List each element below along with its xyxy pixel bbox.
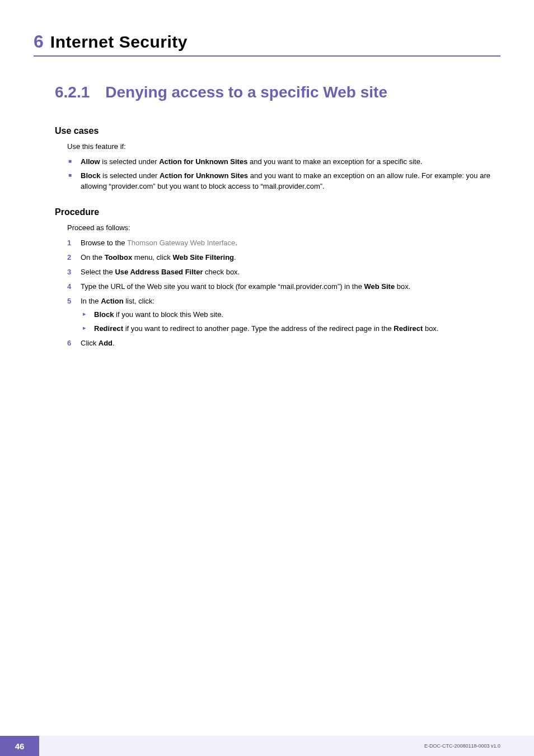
step-6: 6 Click Add. [67, 338, 500, 349]
step-number: 1 [67, 238, 71, 249]
text: On the [81, 253, 105, 262]
step-2: 2 On the Toolbox menu, click Web Site Fi… [67, 253, 500, 263]
step-number: 3 [67, 267, 71, 278]
text: is selected under [100, 171, 160, 180]
text: . [235, 239, 237, 247]
text: Browse to the [81, 239, 127, 247]
text: if you want to block this Web site. [114, 310, 223, 319]
step-4: 4 Type the URL of the Web site you want … [67, 282, 500, 292]
doc-reference: E-DOC-CTC-20080118-0003 v1.0 [39, 736, 534, 756]
text: Select the [81, 268, 115, 276]
text: list, click: [124, 297, 155, 305]
step-number: 5 [67, 296, 71, 307]
step-1: 1 Browse to the Thomson Gateway Web Inte… [67, 238, 500, 249]
text: and you want to make an exception for a … [247, 157, 422, 166]
use-cases-heading: Use cases [55, 126, 500, 136]
text: check box. [203, 268, 240, 276]
bold-text: Redirect [94, 324, 123, 333]
procedure-intro: Proceed as follows: [67, 223, 500, 234]
procedure-list: 1 Browse to the Thomson Gateway Web Inte… [67, 238, 500, 349]
text: Click [81, 339, 99, 347]
section-number: 6.2.1 [55, 83, 90, 101]
list-item: Block is selected under Action for Unkno… [67, 171, 500, 192]
page-number: 46 [0, 736, 39, 756]
sub-list: Block if you want to block this Web site… [81, 310, 500, 334]
bold-text: Block [81, 171, 100, 180]
page-footer: 46 E-DOC-CTC-20080118-0003 v1.0 [0, 736, 534, 756]
bold-text: Use Address Based Filter [115, 268, 203, 276]
text: if you want to redirect to another page.… [123, 324, 394, 333]
procedure-heading: Procedure [55, 207, 500, 217]
bold-text: Toolbox [105, 253, 133, 262]
step-number: 6 [67, 338, 71, 349]
bold-text: Action for Unknown Sites [160, 171, 248, 180]
bold-text: Allow [81, 157, 100, 166]
text: box. [423, 324, 438, 333]
text: Type the URL of the Web site you want to… [81, 282, 364, 291]
text: . [113, 339, 115, 347]
step-number: 2 [67, 253, 71, 263]
bold-text: Redirect [394, 324, 423, 333]
step-3: 3 Select the Use Address Based Filter ch… [67, 267, 500, 278]
bold-text: Web Site Filtering [172, 253, 234, 262]
bold-text: Add [99, 339, 113, 347]
use-cases-list: Allow is selected under Action for Unkno… [67, 157, 500, 192]
section-heading: 6.2.1 Denying access to a specific Web s… [55, 83, 500, 101]
procedure-block: Procedure Proceed as follows: 1 Browse t… [55, 207, 500, 349]
text: box. [395, 282, 410, 291]
link-thomson-gateway[interactable]: Thomson Gateway Web Interface [127, 239, 235, 247]
bold-text: Block [94, 310, 114, 319]
chapter-number: 6 [34, 31, 44, 52]
use-cases-block: Use cases Use this feature if: Allow is … [55, 126, 500, 192]
sub-item: Block if you want to block this Web site… [81, 310, 500, 320]
bold-text: Web Site [364, 282, 395, 291]
chapter-title: Internet Security [50, 32, 188, 52]
text: is selected under [100, 157, 160, 166]
step-number: 4 [67, 282, 71, 292]
list-item: Allow is selected under Action for Unkno… [67, 157, 500, 167]
bold-text: Action [101, 297, 123, 305]
section-title: Denying access to a specific Web site [105, 83, 387, 101]
use-cases-intro: Use this feature if: [67, 142, 500, 152]
text: In the [81, 297, 101, 305]
bold-text: Action for Unknown Sites [159, 157, 247, 166]
text: menu, click [132, 253, 172, 262]
sub-item: Redirect if you want to redirect to anot… [81, 324, 500, 334]
chapter-header: 6 Internet Security [34, 31, 500, 57]
text: . [234, 253, 236, 262]
step-5: 5 In the Action list, click: Block if yo… [67, 296, 500, 335]
